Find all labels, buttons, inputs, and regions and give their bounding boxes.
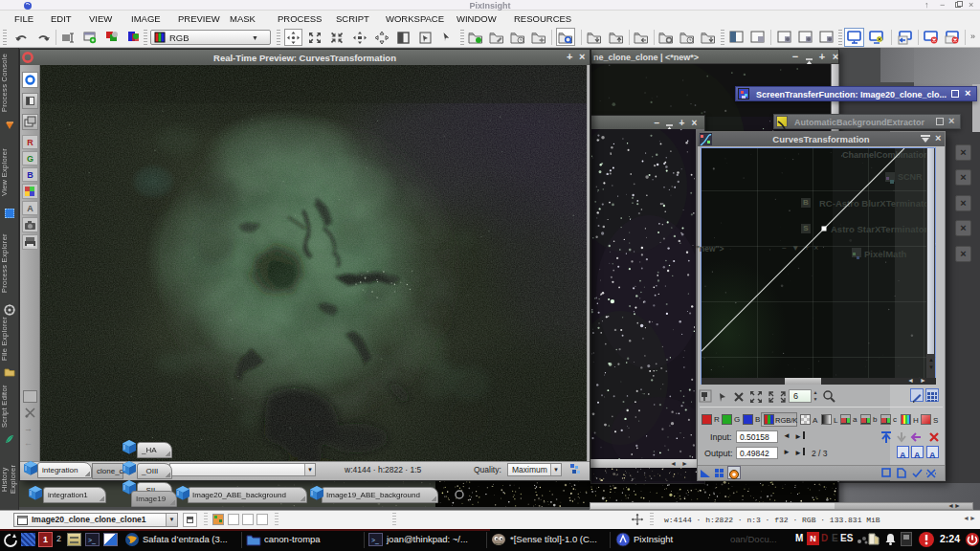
svg-text:A: A — [914, 451, 921, 460]
svg-text:A: A — [900, 451, 906, 460]
svg-text:A: A — [929, 451, 936, 460]
